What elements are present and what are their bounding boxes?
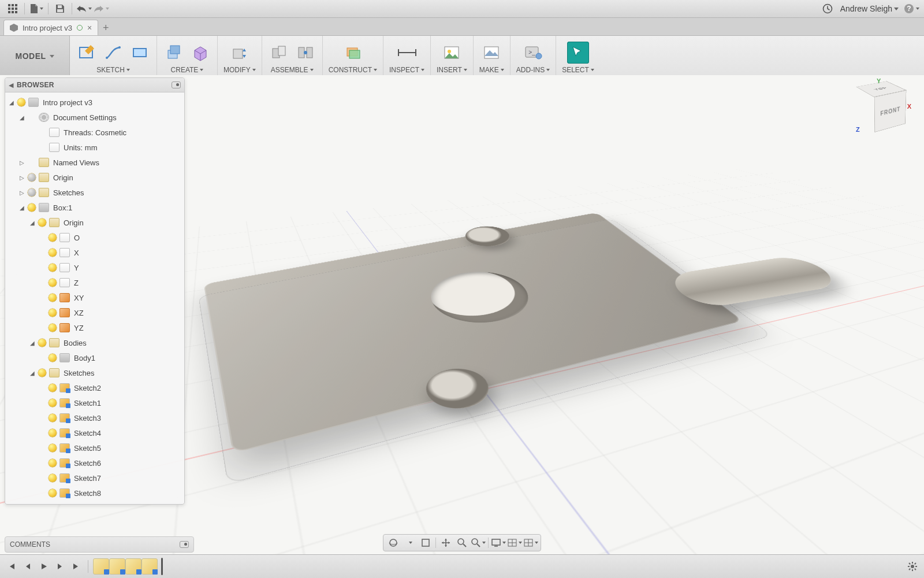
disclosure-triangle-icon[interactable]: ◢ — [19, 114, 25, 121]
tree-sketches-top[interactable]: ▷Sketches — [5, 185, 184, 200]
undo-button[interactable] — [76, 1, 92, 16]
disclosure-triangle-icon[interactable]: ◢ — [29, 340, 35, 346]
rectangle-tool-icon[interactable] — [129, 42, 151, 64]
new-tab-button[interactable]: + — [98, 20, 113, 35]
select-tool-icon[interactable] — [567, 42, 589, 64]
scripts-addins-icon[interactable]: >_ — [522, 42, 544, 64]
tree-box-component[interactable]: ◢Box:1 — [5, 200, 184, 215]
user-menu[interactable]: Andrew Sleigh — [837, 4, 902, 13]
visibility-bulb-icon[interactable] — [49, 234, 57, 242]
disclosure-triangle-icon[interactable]: ◢ — [9, 99, 14, 106]
visibility-bulb-icon[interactable] — [17, 98, 25, 106]
pan-tool-icon[interactable] — [438, 536, 453, 549]
visibility-bulb-icon[interactable] — [49, 399, 57, 407]
ribbon-label[interactable]: INSPECT — [389, 66, 424, 74]
document-tab-active[interactable]: Intro project v3 × — [3, 20, 98, 35]
workspace-switcher[interactable]: MODEL — [0, 36, 70, 76]
press-pull-icon[interactable] — [229, 42, 251, 64]
timeline-settings-button[interactable] — [906, 560, 919, 573]
comments-panel[interactable]: COMMENTS — [5, 536, 194, 553]
construction-plane-icon[interactable] — [342, 42, 364, 64]
tree-sketch2[interactable]: Sketch2 — [5, 380, 184, 395]
joint-tool-icon[interactable] — [295, 42, 316, 64]
tree-bodies[interactable]: ◢Bodies — [5, 335, 184, 350]
visibility-bulb-icon[interactable] — [38, 218, 46, 227]
visibility-bulb-icon[interactable] — [49, 459, 57, 467]
visibility-bulb-icon[interactable] — [49, 249, 57, 257]
tree-threads[interactable]: Threads: Cosmetic — [5, 125, 184, 140]
tree-sketch8[interactable]: Sketch8 — [5, 486, 184, 501]
tree-origin-y[interactable]: Y — [5, 260, 184, 275]
tree-origin-x[interactable]: X — [5, 245, 184, 260]
ribbon-label[interactable]: MODIFY — [223, 66, 256, 74]
disclosure-triangle-icon[interactable]: ◢ — [29, 220, 35, 226]
tree-origin-o[interactable]: O — [5, 230, 184, 245]
new-component-icon[interactable] — [268, 42, 290, 64]
browser-options-icon[interactable] — [172, 81, 181, 88]
orbit-dropdown-icon[interactable] — [402, 536, 417, 549]
ribbon-label[interactable]: ADD-INS — [516, 66, 550, 74]
visibility-bulb-icon[interactable] — [28, 188, 36, 197]
visibility-bulb-icon[interactable] — [49, 294, 57, 302]
3d-print-icon[interactable] — [480, 42, 502, 64]
tree-body1[interactable]: Body1 — [5, 350, 184, 365]
disclosure-triangle-icon[interactable]: ▷ — [19, 190, 25, 196]
look-at-icon[interactable] — [418, 536, 433, 549]
ribbon-label[interactable]: CONSTRUCT — [329, 66, 377, 74]
ribbon-label[interactable]: SELECT — [562, 66, 594, 74]
timeline-marker[interactable] — [161, 558, 163, 575]
view-cube[interactable]: TOP FRONT X Y Z — [858, 82, 908, 132]
tree-comp-origin[interactable]: ◢Origin — [5, 215, 184, 230]
comments-options-icon[interactable] — [180, 541, 189, 548]
disclosure-triangle-icon[interactable]: ▷ — [19, 175, 25, 181]
tree-comp-sketches[interactable]: ◢Sketches — [5, 365, 184, 380]
tree-origin-xy[interactable]: XY — [5, 290, 184, 305]
ribbon-label[interactable]: CREATE — [171, 66, 204, 74]
visibility-bulb-icon[interactable] — [49, 264, 57, 272]
timeline-step-fwd-button[interactable] — [53, 560, 67, 573]
tree-sketch4[interactable]: Sketch4 — [5, 425, 184, 440]
disclosure-triangle-icon[interactable]: ◢ — [19, 205, 25, 211]
tree-origin-top[interactable]: ▷Origin — [5, 170, 184, 185]
viewport-layout-icon[interactable] — [523, 536, 538, 549]
box-tool-icon[interactable] — [189, 42, 211, 64]
ribbon-label[interactable]: MAKE — [479, 66, 504, 74]
tree-sketch6[interactable]: Sketch6 — [5, 455, 184, 470]
create-sketch-icon[interactable] — [76, 42, 98, 64]
visibility-bulb-icon[interactable] — [49, 384, 57, 392]
tree-origin-z[interactable]: Z — [5, 275, 184, 290]
ribbon-label[interactable]: ASSEMBLE — [271, 66, 314, 74]
timeline-end-button[interactable] — [69, 560, 83, 573]
visibility-bulb-icon[interactable] — [49, 279, 57, 287]
browser-header[interactable]: ◀ BROWSER — [5, 78, 184, 92]
timeline-feature[interactable] — [109, 558, 125, 575]
insert-decal-icon[interactable] — [441, 42, 463, 64]
visibility-bulb-icon[interactable] — [28, 203, 36, 212]
tree-units[interactable]: Units: mm — [5, 140, 184, 155]
timeline-feature[interactable] — [141, 558, 158, 575]
visibility-bulb-icon[interactable] — [49, 324, 57, 332]
visibility-bulb-icon[interactable] — [49, 429, 57, 437]
orbit-tool-icon[interactable] — [386, 536, 401, 549]
visibility-bulb-icon[interactable] — [49, 444, 57, 452]
collapse-browser-icon[interactable]: ◀ — [9, 81, 13, 89]
visibility-bulb-icon[interactable] — [49, 354, 57, 362]
zoom-window-icon[interactable] — [471, 536, 486, 549]
ribbon-label[interactable]: SKETCH — [96, 66, 130, 74]
timeline-feature[interactable] — [93, 558, 109, 575]
timeline-play-button[interactable] — [37, 560, 51, 573]
visibility-bulb-icon[interactable] — [49, 489, 57, 497]
help-button[interactable]: ? — [903, 1, 919, 16]
timeline-feature[interactable] — [125, 558, 141, 575]
grid-settings-icon[interactable] — [507, 536, 522, 549]
extrude-tool-icon[interactable] — [163, 42, 185, 64]
visibility-bulb-icon[interactable] — [38, 369, 46, 377]
visibility-bulb-icon[interactable] — [28, 173, 36, 181]
apps-grid-icon[interactable] — [5, 1, 21, 16]
zoom-tool-icon[interactable] — [454, 536, 470, 549]
tree-doc-settings[interactable]: ◢Document Settings — [5, 110, 184, 125]
visibility-bulb-icon[interactable] — [49, 309, 57, 317]
tree-named-views[interactable]: ▷Named Views — [5, 155, 184, 170]
display-settings-icon[interactable] — [491, 536, 506, 549]
redo-button[interactable] — [93, 1, 109, 16]
